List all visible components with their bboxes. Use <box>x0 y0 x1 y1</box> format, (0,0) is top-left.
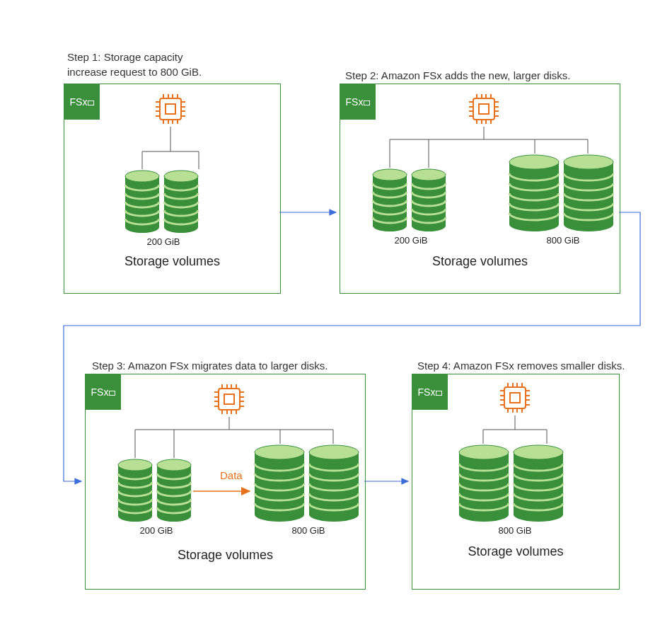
panel-step4: FSx 800 GiB Storage volumes <box>412 374 620 590</box>
disk-icon <box>124 169 160 234</box>
disk-icon <box>156 458 192 523</box>
disk-icon <box>254 444 305 523</box>
disk-size-label: 200 GiB <box>372 235 450 246</box>
disk-icon <box>163 169 199 234</box>
disk-size-label: 800 GiB <box>262 525 354 536</box>
step3-title: Step 3: Amazon FSx migrates data to larg… <box>92 358 328 373</box>
data-migration-arrow-icon <box>192 484 255 498</box>
disk-size-label: 200 GiB <box>124 236 202 247</box>
disk-icon <box>372 168 407 233</box>
step1-title-line2: increase request to 800 GiB. <box>67 66 202 78</box>
step1-title: Step 1: Storage capacity increase reques… <box>67 50 244 79</box>
disk-size-label: 800 GiB <box>517 235 609 246</box>
disk-icon <box>411 168 446 233</box>
disk-icon <box>458 444 509 523</box>
storage-volumes-label: Storage volumes <box>64 254 280 269</box>
disk-icon <box>509 154 560 233</box>
panel-step3: FSx Data 200 GiB 800 GiB Storage volumes <box>85 374 366 590</box>
storage-volumes-label: Storage volumes <box>340 254 620 269</box>
disk-icon <box>308 444 359 523</box>
step2-title: Step 2: Amazon FSx adds the new, larger … <box>345 68 571 83</box>
disk-size-label: 200 GiB <box>117 525 195 536</box>
disk-icon <box>563 154 614 233</box>
disk-size-label: 800 GiB <box>469 525 561 536</box>
panel-step2: FSx 200 GiB 800 GiB Storage volumes <box>340 84 620 294</box>
step1-title-line1: Step 1: Storage capacity <box>67 51 183 63</box>
disk-icon <box>117 458 153 523</box>
data-arrow-label: Data <box>220 469 243 481</box>
panel-step1: FSx 200 GiB Storage volumes <box>64 84 281 294</box>
disk-icon <box>513 444 564 523</box>
storage-volumes-label: Storage volumes <box>412 544 619 559</box>
step4-title: Step 4: Amazon FSx removes smaller disks… <box>417 358 625 373</box>
storage-volumes-label: Storage volumes <box>86 548 365 563</box>
